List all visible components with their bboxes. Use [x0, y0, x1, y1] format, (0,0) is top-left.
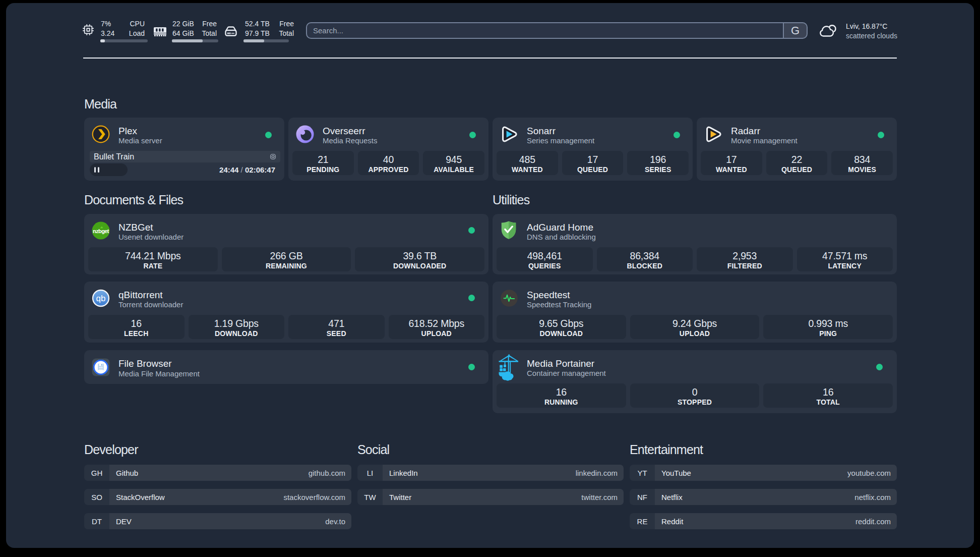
svg-text:nzbget: nzbget	[93, 228, 109, 234]
svg-text:qb: qb	[96, 294, 106, 303]
